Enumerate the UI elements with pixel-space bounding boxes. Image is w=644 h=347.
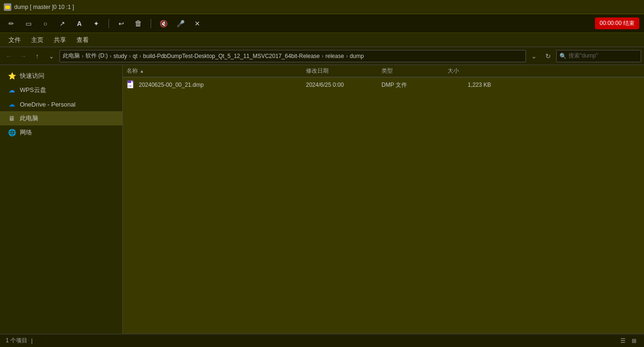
col-header-type[interactable]: 类型 — [378, 67, 444, 75]
pen-tool-btn[interactable]: ✏ — [5, 17, 18, 30]
sidebar-item-thispc[interactable]: 🖥 此电脑 — [0, 111, 122, 125]
circle-tool-btn[interactable]: ○ — [39, 17, 52, 30]
table-row[interactable]: DMP 20240625-00_00_21.dmp 2024/6/25 0:00… — [123, 77, 644, 92]
menu-bar: 文件 主页 共享 查看 — [0, 33, 644, 47]
breadcrumb-dump[interactable]: dump — [350, 53, 364, 59]
sidebar-label-network: 网络 — [20, 128, 115, 137]
sidebar-label-onedrive: OneDrive - Personal — [20, 101, 115, 108]
search-box[interactable]: 🔍 搜索"dump" — [556, 50, 641, 62]
back-btn[interactable]: ← — [3, 50, 15, 62]
svg-text:DMP: DMP — [128, 85, 132, 87]
mic-btn[interactable]: 🎤 — [174, 17, 187, 30]
sidebar: ⭐ 快速访问 ☁ WPS云盘 ☁ OneDrive - Personal 🖥 此… — [0, 65, 123, 334]
recent-btn[interactable]: ⌄ — [45, 50, 58, 62]
arrow-tool-btn[interactable]: ↗ — [56, 17, 69, 30]
wps-icon: ☁ — [8, 86, 16, 94]
breadcrumb-build[interactable]: build-PdbDumpTest-Desktop_Qt_5_12_11_MSV… — [143, 53, 320, 59]
sidebar-label-quickaccess: 快速访问 — [20, 72, 115, 80]
undo-btn[interactable]: ↩ — [115, 17, 128, 30]
sidebar-label-thispc: 此电脑 — [20, 114, 115, 123]
status-right: ☰ ⊞ — [619, 337, 638, 345]
file-type: DMP 文件 — [378, 81, 444, 89]
col-header-name[interactable]: 名称 ▲ — [123, 67, 302, 75]
thispc-icon: 🖥 — [8, 114, 16, 123]
search-placeholder: 搜索"dump" — [568, 52, 598, 60]
file-size: 1,223 KB — [444, 82, 500, 88]
view-details-btn[interactable]: ☰ — [619, 337, 627, 345]
delete-btn[interactable]: 🗑 — [132, 17, 145, 30]
menu-view[interactable]: 查看 — [72, 34, 93, 46]
svg-rect-1 — [5, 5, 8, 6]
sidebar-item-wps[interactable]: ☁ WPS云盘 — [0, 83, 122, 97]
breadcrumb-qt[interactable]: qt — [133, 53, 137, 59]
text-tool-btn[interactable]: A — [73, 17, 86, 30]
sidebar-item-quickaccess[interactable]: ⭐ 快速访问 — [0, 69, 122, 83]
forward-btn[interactable]: → — [17, 50, 29, 62]
breadcrumb-thispc[interactable]: 此电脑 — [63, 52, 80, 60]
record-end-btn[interactable]: 00:00:00 结束 — [595, 17, 639, 29]
breadcrumb-release[interactable]: release — [325, 53, 344, 59]
title-bar: dump [ master ]0 10 :1 ] — [0, 0, 644, 14]
ann-separator-1 — [109, 19, 109, 28]
highlight-tool-btn[interactable]: ✦ — [90, 17, 103, 30]
search-icon: 🔍 — [559, 53, 567, 59]
file-date: 2024/6/25 0:00 — [302, 82, 378, 88]
sidebar-item-onedrive[interactable]: ☁ OneDrive - Personal — [0, 97, 122, 111]
close-annotation-btn[interactable]: ✕ — [191, 17, 204, 30]
status-bar: 1 个项目 | ☰ ⊞ — [0, 334, 644, 347]
status-separator: | — [31, 338, 33, 344]
file-icon-dmp: DMP — [127, 80, 136, 90]
item-count: 1 个项目 — [6, 337, 27, 345]
ann-separator-2 — [151, 19, 151, 28]
col-header-size[interactable]: 大小 — [444, 67, 500, 75]
file-header: 名称 ▲ 修改日期 类型 大小 — [123, 65, 644, 77]
sidebar-label-wps: WPS云盘 — [20, 86, 115, 94]
app-icon — [4, 3, 11, 11]
window-title: dump [ master ]0 10 :1 ] — [14, 4, 74, 10]
svg-rect-3 — [127, 81, 131, 83]
menu-home[interactable]: 主页 — [26, 34, 48, 46]
dropdown-btn[interactable]: ⌄ — [528, 50, 540, 62]
main-area: ⭐ 快速访问 ☁ WPS云盘 ☁ OneDrive - Personal 🖥 此… — [0, 65, 644, 334]
view-large-btn[interactable]: ⊞ — [630, 337, 638, 345]
file-name-cell: DMP 20240625-00_00_21.dmp — [123, 80, 302, 90]
col-header-date[interactable]: 修改日期 — [302, 67, 378, 75]
refresh-btn[interactable]: ↻ — [542, 50, 554, 62]
rect-tool-btn[interactable]: ▭ — [22, 17, 35, 30]
onedrive-icon: ☁ — [8, 100, 16, 108]
menu-file[interactable]: 文件 — [4, 34, 25, 46]
breadcrumb-study[interactable]: study — [113, 53, 127, 59]
network-icon: 🌐 — [8, 128, 16, 137]
up-btn[interactable]: ↑ — [31, 50, 43, 62]
audio-btn[interactable]: 🔇 — [157, 17, 170, 30]
breadcrumb-drive[interactable]: 软件 (D:) — [85, 52, 108, 60]
address-right: ⌄ ↻ 🔍 搜索"dump" — [528, 50, 641, 62]
svg-rect-0 — [5, 6, 10, 9]
sidebar-item-network[interactable]: 🌐 网络 — [0, 125, 122, 140]
file-list: DMP 20240625-00_00_21.dmp 2024/6/25 0:00… — [123, 77, 644, 334]
annotation-bar: ✏ ▭ ○ ↗ A ✦ ↩ 🗑 🔇 🎤 ✕ 00:00:00 结束 — [0, 14, 644, 33]
file-name: 20240625-00_00_21.dmp — [139, 82, 203, 88]
address-bar: ← → ↑ ⌄ 此电脑 › 软件 (D:) › study › qt › bui… — [0, 47, 644, 65]
breadcrumb[interactable]: 此电脑 › 软件 (D:) › study › qt › build-PdbDu… — [59, 50, 526, 62]
menu-share[interactable]: 共享 — [49, 34, 71, 46]
file-area: 名称 ▲ 修改日期 类型 大小 DMP — [123, 65, 644, 334]
quickaccess-icon: ⭐ — [8, 72, 16, 80]
